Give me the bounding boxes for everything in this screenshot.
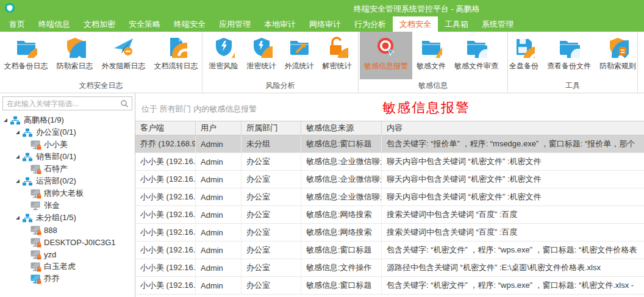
leak-stats-button[interactable]: 泄密统计 [243, 32, 281, 79]
table-row[interactable]: 小小美 (192.16... Admin 办公室 敏感信息:窗口标题 包含关键字… [135, 277, 644, 295]
sensitive-info-alert-button[interactable]: 敏感信息报警 [360, 32, 412, 79]
view-backup-files-button[interactable]: 查看备份文件 [543, 32, 595, 79]
anti-ransomware-rules-button[interactable]: 防勒索规则 [595, 32, 640, 79]
tree-node-terminal[interactable]: 小小美 [0, 138, 135, 151]
cell-source: 敏感信息:窗口标题 [301, 242, 382, 259]
cell-source: 敏感信息:网络搜索 [301, 224, 382, 241]
menu-item[interactable]: 应用管理 [212, 16, 257, 32]
expand-arrow-icon[interactable] [16, 155, 20, 159]
table-row[interactable]: 乔乔 (192.168.9... Admin 未分组 敏感信息:窗口标题 包含关… [135, 135, 644, 153]
table-row[interactable]: 小小美 (192.16... Admin 办公室 敏感信息:窗口标题 包含关键字… [135, 242, 644, 259]
shield-check-icon [64, 36, 86, 58]
full-disk-backup-button[interactable]: 全盘备份 [505, 32, 543, 79]
tree-node-dept[interactable]: 运营部(0/2) [0, 175, 135, 187]
column-header-content[interactable]: 内容 [382, 121, 644, 135]
cell-client: 小小美 (192.16... [135, 224, 196, 241]
expand-arrow-icon[interactable] [16, 131, 20, 134]
org-icon [23, 152, 32, 162]
doc-refresh-icon [165, 36, 187, 58]
table-header: 客户端 用户 所属部门 敏感信息来源 内容 [135, 121, 644, 135]
menu-item-label: 应用管理 [219, 19, 251, 30]
menu-item[interactable]: 首页 [2, 16, 32, 32]
org-icon [23, 213, 32, 223]
cell-content: 聊天内容中包含关键词 “机密文件” :机密文件 [382, 153, 644, 170]
target-cursor-icon [375, 36, 397, 58]
menu-item[interactable]: 文档安全 [393, 16, 438, 32]
search-icon[interactable] [120, 99, 129, 109]
table-row[interactable]: 小小美 (192.16... Admin 办公室 敏感信息:网络搜索 搜索关键词… [135, 206, 644, 224]
tree-search-input[interactable] [3, 99, 120, 108]
column-header-user[interactable]: 用户 [196, 121, 242, 135]
send-block-log-button[interactable]: 外发阻断日志 [98, 32, 150, 79]
button-label: 文档流转日志 [154, 61, 198, 71]
org-icon [23, 177, 32, 186]
menu-item[interactable]: 终端安全 [167, 16, 212, 32]
doc-backup-log-button[interactable]: 文档备份日志 [0, 32, 52, 79]
menu-item[interactable]: 行为分析 [348, 16, 393, 32]
sensitive-file-review-button[interactable]: 敏感文件审查 [450, 32, 503, 79]
terminal-security-console-window: 终端安全管理系统管控平台 - 高鹏格 首页 终端信息 文档加密 安全策略 终端安… [0, 0, 644, 297]
main-menu: 首页 终端信息 文档加密 安全策略 终端安全 应用管理 本地审计 网络审计 行为… [0, 16, 644, 32]
ribbon-group-doc-security-logs: 文档备份日志 防勒索日志 外发阻断日志 文档流转日志 文档安全日志 [0, 32, 202, 93]
tree-node-dept[interactable]: 未分组(1/5) [0, 212, 135, 224]
tree-node-label: 石特产 [44, 163, 68, 174]
menu-item[interactable]: 工具箱 [438, 16, 475, 32]
menu-item-label: 首页 [9, 19, 25, 30]
table-row[interactable]: 小小美 (192.16... Admin 办公室 敏感信息:网络搜索 搜索关键词… [135, 224, 644, 242]
cell-department: 未分组 [242, 135, 301, 152]
menu-item[interactable]: 终端信息 [32, 16, 77, 32]
column-header-source[interactable]: 敏感信息来源 [301, 121, 382, 135]
tree-node-terminal[interactable]: 张金 [0, 199, 135, 212]
cell-content: 搜索关键词中包含关键词 “百度” :百度 [382, 206, 644, 223]
group-label-sensitive-info: 敏感信息 [359, 79, 507, 93]
leak-risk-button[interactable]: 泄密风险 [205, 32, 243, 79]
cell-department: 办公室 [242, 259, 301, 276]
menu-item-label: 终端信息 [38, 19, 70, 30]
menu-item[interactable]: 网络审计 [302, 16, 348, 32]
column-header-department[interactable]: 所属部门 [242, 121, 301, 135]
menu-item[interactable]: 文档加密 [77, 16, 122, 32]
folder-search-icon [465, 36, 487, 58]
expand-arrow-icon[interactable] [4, 118, 7, 122]
ribbon-group-risk-analysis: 泄密风险 泄密统计 外流统计 解密统计 风险分析 [202, 32, 359, 93]
sensitive-files-button[interactable]: 敏感文件 [412, 32, 450, 79]
lock-icon [36, 193, 42, 199]
tree-node-terminal[interactable]: yzd [0, 248, 135, 260]
tree-node-dept[interactable]: 销售部(0/1) [0, 151, 135, 163]
tree-node-label: 销售部(0/1) [36, 151, 76, 162]
table-row[interactable]: 小小美 (192.16... Admin 办公室 敏感信息:企业微信聊天 聊天内… [135, 171, 644, 188]
tree-node-label: 乔乔 [44, 273, 60, 284]
tree-node-label: 运营部(0/2) [36, 176, 76, 187]
column-header-client[interactable]: 客户端 [135, 121, 196, 135]
org-icon [23, 128, 32, 137]
lock-chart-icon [326, 36, 348, 58]
tree-node-root[interactable]: 高鹏格(1/9) [0, 114, 135, 126]
doc-flow-log-button[interactable]: 文档流转日志 [150, 32, 202, 79]
tree-node-terminal[interactable]: 888 [0, 224, 135, 236]
menu-item[interactable]: 安全策略 [122, 16, 167, 32]
cell-client: 小小美 (192.16... [135, 259, 196, 276]
tree-node-terminal-online[interactable]: 乔乔 [0, 273, 135, 285]
window-title: 终端安全管理系统管控平台 - 高鹏格 [354, 4, 480, 15]
cell-content: 聊天内容中包含关键词 “机密文件” :机密文件 [382, 188, 644, 206]
outflow-stats-button[interactable]: 外流统计 [281, 32, 318, 79]
decrypt-stats-button[interactable]: 解密统计 [318, 32, 356, 79]
anti-ransomware-log-button[interactable]: 防勒索日志 [52, 32, 98, 79]
table-row[interactable]: 小小美 (192.16... Admin 办公室 敏感信息:文件操作 源路径中包… [135, 259, 644, 277]
button-label: 外发阻断日志 [102, 61, 146, 71]
table-row[interactable]: 小小美 (192.16... Admin 办公室 敏感信息:企业微信聊天 聊天内… [135, 153, 644, 171]
expand-arrow-icon[interactable] [16, 179, 20, 183]
menu-item-label: 工具箱 [445, 19, 468, 30]
cell-department: 办公室 [242, 206, 301, 223]
table-row[interactable]: 小小美 (192.16... Admin 办公室 敏感信息:企业微信聊天 聊天内… [135, 188, 644, 206]
tree-node-terminal[interactable]: DESKTOP-J0IC3G1 [0, 236, 135, 248]
tree-node-terminal[interactable]: 石特产 [0, 163, 135, 175]
button-label: 外流统计 [285, 61, 314, 71]
expand-arrow-icon[interactable] [16, 216, 20, 220]
menu-item[interactable]: 本地审计 [257, 16, 302, 32]
cell-client: 小小美 (192.16... [135, 206, 196, 223]
tree-node-terminal[interactable]: 白玉老虎 [0, 260, 135, 273]
tree-node-terminal[interactable]: 痞帅大老板 [0, 187, 135, 199]
tree-node-dept[interactable]: 办公室(0/1) [0, 126, 135, 138]
menu-item[interactable]: 系统管理 [475, 16, 520, 32]
